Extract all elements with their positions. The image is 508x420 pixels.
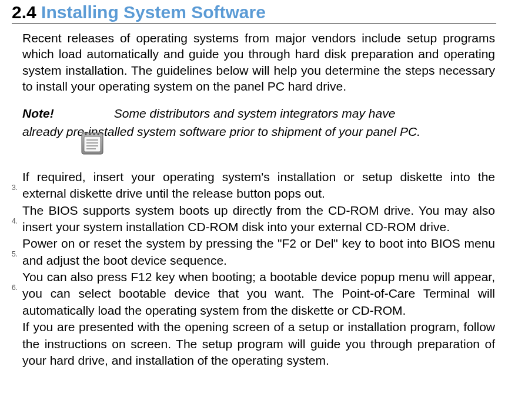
step-text: If you are presented with the opening sc… bbox=[22, 319, 495, 369]
svg-point-8 bbox=[93, 134, 95, 135]
svg-point-9 bbox=[98, 134, 99, 135]
steps-list: 3. If required, insert your operating sy… bbox=[22, 169, 495, 369]
section-title: Installing System Software bbox=[41, 2, 266, 22]
section-heading: 2.4 Installing System Software bbox=[12, 2, 496, 22]
step-item: If you are presented with the opening sc… bbox=[22, 319, 495, 369]
step-number: 6. bbox=[12, 283, 18, 292]
step-item: 3. If required, insert your operating sy… bbox=[22, 169, 495, 202]
step-number: 5. bbox=[12, 249, 18, 259]
step-text: The BIOS supports system boots up direct… bbox=[22, 202, 495, 236]
step-item: 6. You can also press F12 key when booti… bbox=[22, 269, 495, 319]
step-text: You can also press F12 key when booting;… bbox=[22, 269, 495, 319]
step-item: 5. Power on or reset the system by press… bbox=[22, 235, 495, 269]
note-text-1: Some distributors and system integrators… bbox=[114, 106, 396, 120]
svg-rect-1 bbox=[84, 136, 101, 152]
section-number: 2.4 bbox=[12, 2, 36, 22]
svg-point-6 bbox=[85, 134, 87, 135]
notepad-icon bbox=[78, 129, 106, 158]
step-item: 4. The BIOS supports system boots up dir… bbox=[22, 202, 495, 236]
note-block: Note! Some distributors and system integ… bbox=[22, 105, 495, 141]
content-area: Recent releases of operating systems fro… bbox=[12, 30, 496, 369]
svg-point-7 bbox=[89, 134, 91, 135]
step-text: Power on or reset the system by pressing… bbox=[22, 235, 495, 269]
note-line-1: Note! Some distributors and system integ… bbox=[22, 105, 495, 122]
divider bbox=[12, 24, 496, 24]
step-number: 4. bbox=[12, 216, 18, 226]
step-text: If required, insert your operating syste… bbox=[22, 169, 495, 202]
step-number: 3. bbox=[12, 183, 18, 192]
note-label: Note! bbox=[22, 105, 111, 122]
intro-paragraph: Recent releases of operating systems fro… bbox=[22, 30, 495, 94]
